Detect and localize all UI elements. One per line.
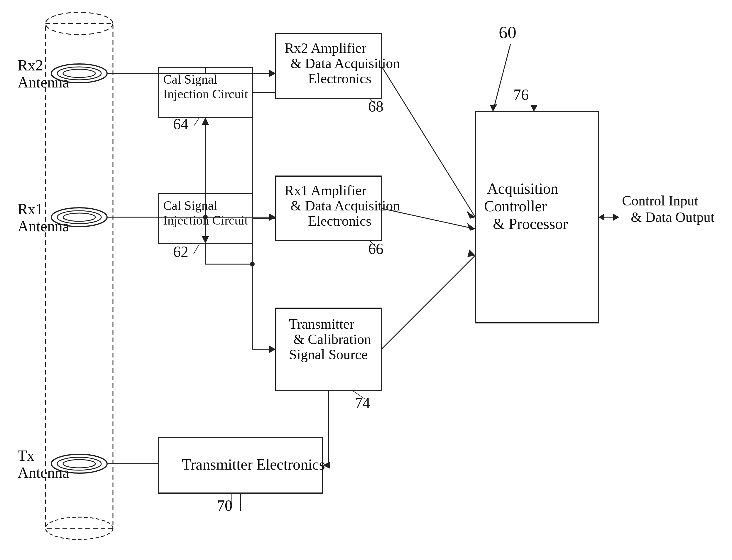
acq-ctrl-line1: Acquisition xyxy=(487,180,558,197)
rx2-antenna-label2: Antenna xyxy=(18,74,69,91)
control-input-line2: & Data Output xyxy=(631,209,715,225)
cal-circuit-1-line1: Cal Signal xyxy=(163,72,217,87)
rx2-amp-line1: Rx2 Amplifier xyxy=(285,40,366,56)
control-input-line1: Control Input xyxy=(622,193,699,208)
ref-60: 60 xyxy=(499,23,516,42)
ref-74: 74 xyxy=(355,394,370,411)
ref-66: 66 xyxy=(368,240,383,257)
rx1-antenna-label: Rx1 xyxy=(18,201,43,217)
tx-antenna-label: Tx xyxy=(18,447,35,464)
ref-70: 70 xyxy=(217,497,232,514)
rx1-antenna-label2: Antenna xyxy=(18,218,69,235)
ref-64: 64 xyxy=(173,116,188,132)
tx-cal-line1: Transmitter xyxy=(289,316,354,332)
tx-electronics-label: Transmitter Electronics xyxy=(182,456,325,473)
diagram-container: Rx2 Antenna Rx1 Antenna Tx Antenna Cal S… xyxy=(0,0,732,560)
cal-circuit-1-line2: Injection Circuit xyxy=(163,87,248,101)
cal-circuit-2-line1: Cal Signal xyxy=(163,198,217,213)
svg-point-47 xyxy=(250,262,255,266)
acq-ctrl-line3: & Processor xyxy=(493,215,568,232)
rx1-amp-line3: Electronics xyxy=(308,213,371,229)
ref-62: 62 xyxy=(173,243,188,260)
tx-cal-line2: & Calibration xyxy=(294,331,371,347)
acq-ctrl-line2: Controller xyxy=(484,198,547,215)
rx1-amp-line2: & Data Acquisition xyxy=(291,198,400,213)
tx-antenna-label2: Antenna xyxy=(18,464,69,481)
rx1-amp-line1: Rx1 Amplifier xyxy=(285,183,366,198)
ref-76: 76 xyxy=(513,86,529,103)
rx2-amp-line3: Electronics xyxy=(308,71,371,86)
ref-68: 68 xyxy=(368,98,383,115)
rx2-antenna-label: Rx2 xyxy=(18,57,43,74)
tx-cal-line3: Signal Source xyxy=(289,347,367,362)
svg-point-33 xyxy=(203,215,208,220)
